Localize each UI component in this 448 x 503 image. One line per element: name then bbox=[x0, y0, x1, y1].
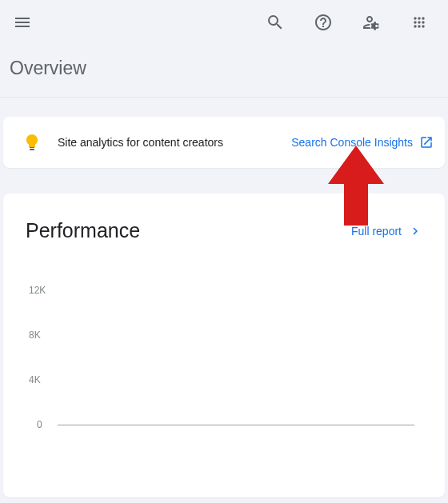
account-settings-button[interactable] bbox=[355, 6, 387, 38]
apps-grid-icon bbox=[411, 14, 427, 30]
y-tick-label: 4K bbox=[29, 374, 41, 385]
x-axis-line bbox=[58, 425, 414, 425]
y-tick-label: 0 bbox=[37, 419, 42, 430]
content-area: Site analytics for content creators Sear… bbox=[0, 98, 448, 497]
full-report-label: Full report bbox=[351, 225, 402, 238]
svg-rect-0 bbox=[30, 147, 34, 148]
search-icon bbox=[266, 13, 285, 32]
help-icon bbox=[314, 13, 333, 32]
search-button[interactable] bbox=[259, 6, 291, 38]
page-title: Overview bbox=[0, 45, 448, 98]
open-external-icon bbox=[419, 135, 434, 150]
insights-link-label: Search Console Insights bbox=[291, 136, 413, 149]
banner-left: Site analytics for content creators bbox=[22, 133, 223, 152]
insights-link[interactable]: Search Console Insights bbox=[291, 135, 434, 150]
banner-text: Site analytics for content creators bbox=[58, 136, 223, 149]
performance-title: Performance bbox=[26, 219, 140, 242]
hamburger-icon bbox=[13, 13, 32, 32]
apps-button[interactable] bbox=[403, 6, 435, 38]
menu-button[interactable] bbox=[6, 6, 38, 38]
y-tick-label: 12K bbox=[29, 285, 46, 296]
chevron-right-icon bbox=[408, 224, 422, 238]
help-button[interactable] bbox=[307, 6, 339, 38]
lightbulb-icon bbox=[22, 133, 42, 152]
header-right bbox=[259, 6, 442, 38]
app-header bbox=[0, 0, 448, 45]
header-left bbox=[6, 6, 38, 38]
y-tick-label: 8K bbox=[29, 329, 41, 341]
performance-chart: 12K 8K 4K 0 bbox=[29, 290, 422, 450]
person-gear-icon bbox=[362, 13, 381, 32]
performance-header: Performance Full report bbox=[26, 219, 422, 242]
insights-banner: Site analytics for content creators Sear… bbox=[3, 117, 445, 168]
performance-card: Performance Full report 12K 8K 4K 0 bbox=[3, 194, 445, 497]
full-report-link[interactable]: Full report bbox=[351, 224, 422, 238]
